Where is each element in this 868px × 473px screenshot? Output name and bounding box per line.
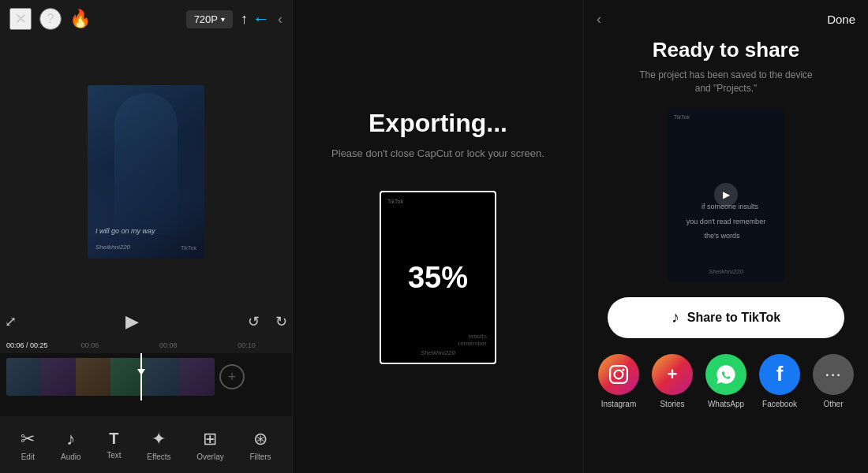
thumb-6: [180, 358, 215, 396]
filters-icon: ⊛: [253, 429, 268, 449]
edit-icon: ✂: [21, 429, 35, 449]
help-button[interactable]: ?: [39, 8, 62, 30]
export-title: Exporting...: [369, 109, 507, 138]
svg-point-2: [622, 368, 624, 371]
tool-audio[interactable]: ♪ Audio: [54, 426, 88, 464]
time-markers: 00:06 00:08 00:10: [51, 341, 286, 349]
social-other[interactable]: ··· Other: [813, 354, 854, 408]
redo-button[interactable]: ↻: [275, 313, 287, 330]
facebook-icon: f: [759, 354, 800, 395]
social-instagram[interactable]: Instagram: [598, 354, 639, 408]
right-preview-watermark: Sheikhni220: [709, 268, 743, 275]
social-facebook[interactable]: f Facebook: [759, 354, 800, 408]
share-tiktok-label: Share to TikTok: [687, 311, 781, 325]
tool-overlay[interactable]: ⊞ Overlay: [190, 426, 230, 464]
svg-point-1: [615, 370, 623, 378]
export-preview-watermark: Sheikhni220: [421, 349, 455, 356]
time-current: 00:06 / 00:25: [6, 341, 48, 349]
audio-icon: ♪: [66, 429, 75, 449]
right-content: Ready to share The project has been save…: [584, 38, 868, 473]
right-preview-text: if someone insultsyou don't read remembe…: [687, 203, 765, 240]
effects-label: Effects: [147, 453, 170, 461]
right-preview: TikTok ▶ if someone insultsyou don't rea…: [668, 108, 784, 281]
whatsapp-label: WhatsApp: [708, 400, 744, 408]
done-button[interactable]: Done: [827, 13, 855, 26]
thumb-1: [6, 358, 41, 396]
tool-edit[interactable]: ✂ Edit: [14, 426, 41, 464]
video-preview: I will go on my way Sheikhni220 TikTok: [0, 38, 292, 306]
expand-button[interactable]: ⤢: [5, 313, 17, 330]
thumb-3: [76, 358, 110, 396]
video-watermark-text: Sheikhni220: [95, 244, 130, 251]
effects-icon: ✦: [152, 429, 166, 449]
export-preview-side-text: resultsremember: [458, 333, 487, 347]
stories-icon: +: [652, 354, 693, 395]
stories-label: Stories: [660, 400, 684, 408]
export-preview: TikTok 35% resultsremember Sheikhni220: [380, 191, 496, 364]
back-arrow-icon[interactable]: ‹: [597, 11, 601, 28]
marker-3: 00:10: [238, 341, 256, 349]
ready-subtitle: The project has been saved to the device…: [639, 69, 812, 95]
tool-effects[interactable]: ✦ Effects: [140, 426, 177, 464]
controls-bar: ⤢ ▶ ↺ ↻: [0, 306, 292, 337]
thumb-2: [41, 358, 76, 396]
instagram-icon: [598, 354, 639, 395]
export-progress: 35%: [408, 261, 468, 295]
timeline: 00:06 / 00:25 00:06 00:08 00:10 +: [0, 337, 292, 416]
close-button[interactable]: ✕: [9, 8, 32, 30]
video-caption-text: I will go on my way: [95, 227, 155, 235]
right-panel: ‹ Done Ready to share The project has be…: [584, 0, 868, 473]
top-bar: ✕ ? 🔥 720P ↑ ← ‹: [0, 0, 292, 38]
filters-label: Filters: [249, 453, 271, 461]
social-whatsapp[interactable]: WhatsApp: [705, 354, 746, 408]
right-top-bar: ‹ Done: [584, 0, 868, 38]
marker-2: 00:08: [159, 341, 178, 349]
overlay-label: Overlay: [196, 453, 223, 461]
timeline-track[interactable]: +: [0, 353, 292, 400]
ready-title: Ready to share: [653, 38, 799, 62]
bottom-toolbar: ✂ Edit ♪ Audio T Text ✦ Effects ⊞ Overla…: [0, 416, 292, 473]
middle-panel: Exporting... Please don't close CapCut o…: [292, 0, 584, 473]
social-stories[interactable]: + Stories: [652, 354, 693, 408]
play-button[interactable]: ▶: [125, 311, 139, 332]
social-share-row: Instagram + Stories WhatsApp f Facebook …: [598, 354, 854, 408]
track-segment-1: [6, 358, 215, 396]
resolution-button[interactable]: 720P: [186, 10, 233, 28]
left-panel: ✕ ? 🔥 720P ↑ ← ‹ I will go on my way She…: [0, 0, 292, 473]
audio-label: Audio: [61, 453, 81, 461]
playhead: [140, 353, 142, 400]
timeline-ruler: 00:06 / 00:25 00:06 00:08 00:10: [0, 337, 292, 353]
upload-icon[interactable]: ↑: [241, 11, 248, 28]
export-subtitle: Please don't close CapCut or lock your s…: [331, 147, 544, 159]
other-icon: ···: [813, 354, 854, 395]
tiktok-badge-left: TikTok: [181, 245, 196, 251]
tool-text[interactable]: T Text: [100, 426, 127, 463]
marker-1: 00:06: [81, 341, 99, 349]
facebook-label: Facebook: [762, 400, 797, 408]
instagram-label: Instagram: [601, 400, 636, 408]
video-thumbnail: I will go on my way Sheikhni220 TikTok: [88, 85, 204, 259]
export-area: ↑ ←: [241, 9, 270, 29]
text-label: Text: [107, 451, 121, 460]
tool-filters[interactable]: ⊛ Filters: [243, 426, 277, 464]
export-preview-tiktok: TikTok: [387, 199, 403, 204]
export-arrow-icon: ←: [253, 9, 270, 29]
tiktok-logo-icon: ♪: [672, 308, 679, 326]
add-clip-button[interactable]: +: [219, 364, 245, 389]
nav-back-icon[interactable]: ‹: [278, 11, 282, 28]
other-label: Other: [823, 400, 843, 408]
whatsapp-icon: [705, 354, 746, 395]
overlay-icon: ⊞: [203, 429, 217, 449]
edit-label: Edit: [21, 453, 35, 461]
thumb-5: [145, 358, 180, 396]
text-icon: T: [109, 430, 118, 448]
svg-rect-0: [610, 366, 627, 383]
share-tiktok-button[interactable]: ♪ Share to TikTok: [608, 297, 844, 338]
undo-button[interactable]: ↺: [248, 313, 260, 330]
flame-icon: 🔥: [69, 9, 91, 29]
right-preview-tiktok: TikTok: [674, 114, 690, 120]
